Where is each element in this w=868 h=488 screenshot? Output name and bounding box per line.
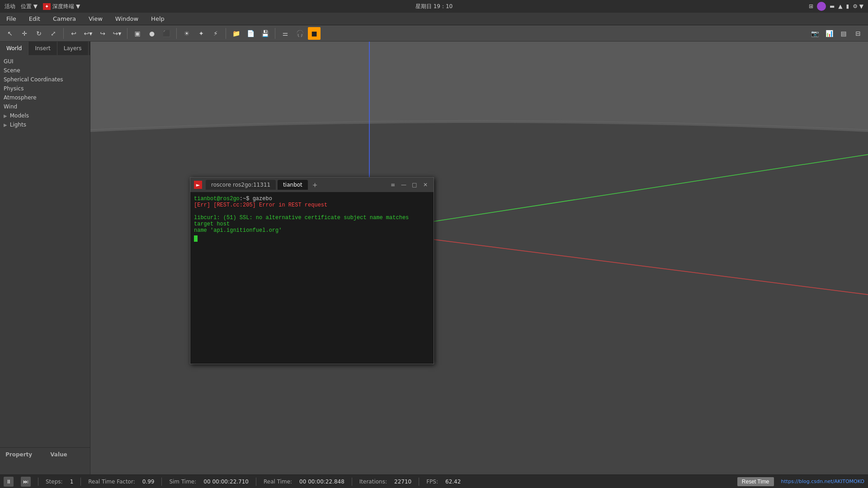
tree-models[interactable]: ▶ Models (0, 111, 90, 120)
menu-file[interactable]: File (4, 14, 19, 23)
property-panel: Property Value (0, 447, 90, 474)
tool-chart[interactable]: 📊 (823, 27, 835, 40)
terminal-close-btn[interactable]: ✕ (421, 180, 430, 189)
tool-orange-block[interactable]: ■ (308, 27, 321, 40)
wifi-icon: ▲ (838, 3, 842, 9)
terminal-titlebar: ► roscore ros2go:11311 tianbot + ≡ — □ ✕ (190, 178, 434, 192)
simtime-label: Sim Time: (169, 479, 196, 485)
tool-undo-arrow[interactable]: ↩▾ (82, 27, 94, 40)
toolbar-sep-4 (226, 28, 226, 39)
fps-label: FPS: (426, 479, 438, 485)
terminal-maximize-btn[interactable]: □ (410, 180, 419, 189)
app-menu[interactable]: ✦ 深度终端 ▼ (43, 3, 80, 10)
main-area: World Insert Layers GUI Scene Spherical … (0, 42, 868, 474)
toolbar-right: 📷 📊 ▤ ⊟ (808, 27, 864, 40)
tree-scene[interactable]: Scene (0, 66, 90, 75)
tab-layers[interactable]: Layers (57, 42, 89, 55)
tree-spherical-coords[interactable]: Spherical Coordinates (0, 75, 90, 84)
tool-select[interactable]: ↖ (4, 27, 16, 40)
tool-file[interactable]: 📄 (244, 27, 257, 40)
tool-redo[interactable]: ↪ (96, 27, 109, 40)
status-sep-3 (161, 478, 162, 486)
terminal-error-line: [Err] [REST.cc:205] Error in REST reques… (194, 202, 327, 208)
tool-camera-save[interactable]: 📷 (808, 27, 821, 40)
menu-view[interactable]: View (86, 14, 105, 23)
tool-move[interactable]: ✛ (18, 27, 31, 40)
rtf-label: Real Time Factor: (88, 479, 135, 485)
tab-insert[interactable]: Insert (28, 42, 57, 55)
terminal-cursor (194, 235, 198, 242)
realtime-value: 00 00:00:22.848 (299, 479, 344, 485)
terminal-prompt-sym: :~$ (240, 196, 250, 202)
toolbar-sep-1 (63, 28, 64, 39)
tool-undo[interactable]: ↩ (67, 27, 80, 40)
terminal-line-5: name 'api.ignitionfuel.org' (194, 227, 430, 234)
tool-spotlight[interactable]: ⚡ (209, 27, 222, 40)
terminal-prompt-user: tianbot@ros2go (194, 196, 240, 202)
status-sep-6 (419, 478, 419, 486)
tree-physics[interactable]: Physics (0, 84, 90, 93)
terminal-window[interactable]: ► roscore ros2go:11311 tianbot + ≡ — □ ✕… (190, 177, 434, 364)
tool-open-folder[interactable]: 📁 (230, 27, 242, 40)
system-bar-left: 活动 位置 ▼ ✦ 深度终端 ▼ (5, 3, 80, 10)
steps-value: 1 (70, 479, 74, 485)
step-button[interactable]: ⏭ (21, 477, 31, 487)
tool-pointlight[interactable]: ✦ (195, 27, 208, 40)
tool-sun[interactable]: ☀ (180, 27, 193, 40)
app-icon: ✦ (43, 3, 51, 10)
tool-grid[interactable]: ⊟ (852, 27, 864, 40)
system-bar: 活动 位置 ▼ ✦ 深度终端 ▼ 星期日 19：10 ⊞ ▬ ▲ ▮ ⚙ ▼ (0, 0, 868, 13)
tool-headset[interactable]: 🎧 (293, 27, 306, 40)
value-col-label: Value (50, 451, 67, 458)
terminal-tabs: roscore ros2go:11311 tianbot + (206, 179, 385, 190)
tool-rotate[interactable]: ↻ (33, 27, 45, 40)
realtime-label: Real Time: (264, 479, 292, 485)
tool-sphere[interactable]: ● (146, 27, 158, 40)
activity-menu[interactable]: 活动 (5, 3, 15, 10)
toolbar-sep-2 (127, 28, 127, 39)
tree-panel: GUI Scene Spherical Coordinates Physics … (0, 55, 90, 447)
tab-world[interactable]: World (0, 42, 28, 55)
rtf-value: 0.99 (142, 479, 155, 485)
window-icon: ▬ (830, 3, 835, 9)
tool-box[interactable]: ▣ (131, 27, 144, 40)
fps-value: 62.42 (445, 479, 461, 485)
tree-gui[interactable]: GUI (0, 57, 90, 66)
terminal-tab-tianbot[interactable]: tianbot (278, 180, 308, 190)
menu-help[interactable]: Help (148, 14, 167, 23)
tool-redo-arrow[interactable]: ↪▾ (111, 27, 123, 40)
steps-label: Steps: (46, 479, 63, 485)
viewport-3d[interactable]: ► roscore ros2go:11311 tianbot + ≡ — □ ✕… (90, 42, 868, 474)
settings-icon[interactable]: ⚙ ▼ (853, 3, 863, 9)
terminal-tab-roscore[interactable]: roscore ros2go:11311 (206, 180, 276, 190)
property-header: Property Value (2, 450, 71, 460)
tool-scale[interactable]: ⤢ (47, 27, 60, 40)
tree-wind[interactable]: Wind (0, 102, 90, 111)
tree-lights[interactable]: ▶ Lights (0, 120, 90, 129)
toolbar: ↖ ✛ ↻ ⤢ ↩ ↩▾ ↪ ↪▾ ▣ ● ⬛ ☀ ✦ ⚡ 📁 📄 💾 ⚌ 🎧 … (0, 25, 868, 42)
terminal-minimize-btn[interactable]: — (399, 180, 408, 189)
tool-save[interactable]: 💾 (259, 27, 271, 40)
menu-bar: File Edit Camera View Window Help (0, 13, 868, 25)
terminal-menu-btn[interactable]: ≡ (388, 180, 397, 189)
tool-cylinder[interactable]: ⬛ (160, 27, 173, 40)
avatar-icon (817, 2, 826, 11)
pause-button[interactable]: ⏸ (4, 477, 14, 487)
tab-bar: World Insert Layers (0, 42, 90, 55)
clock: 星期日 19：10 (415, 3, 453, 10)
models-arrow: ▶ (4, 113, 7, 118)
tool-split[interactable]: ⚌ (279, 27, 292, 40)
menu-camera[interactable]: Camera (50, 14, 79, 23)
position-menu[interactable]: 位置 ▼ (21, 3, 38, 10)
menu-edit[interactable]: Edit (26, 14, 43, 23)
menu-window[interactable]: Window (113, 14, 141, 23)
reset-time-button[interactable]: Reset Time (737, 477, 774, 486)
toolbar-sep-5 (275, 28, 275, 39)
system-bar-right: ⊞ ▬ ▲ ▮ ⚙ ▼ (809, 2, 863, 11)
tool-something[interactable]: ▤ (837, 27, 850, 40)
property-col-label: Property (5, 451, 32, 458)
tree-atmosphere[interactable]: Atmosphere (0, 93, 90, 102)
terminal-add-tab[interactable]: + (310, 179, 321, 190)
terminal-ssl-line1: libcurl: (51) SSL: no alternative certif… (194, 215, 409, 227)
terminal-body[interactable]: tianbot@ros2go:~$ gazebo [Err] [REST.cc:… (190, 192, 434, 364)
